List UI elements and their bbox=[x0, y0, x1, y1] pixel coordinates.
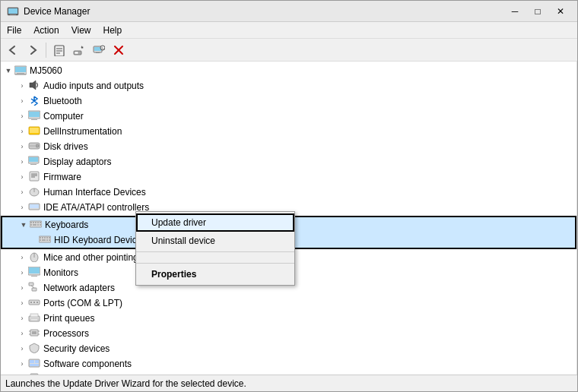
sec-arrow: › bbox=[16, 345, 28, 352]
tree-item-audio[interactable]: › Audio inputs and outputs bbox=[1, 78, 576, 93]
disk-icon bbox=[28, 141, 40, 153]
svg-marker-20 bbox=[30, 81, 36, 90]
svg-point-69 bbox=[30, 302, 32, 303]
audio-label: Audio inputs and outputs bbox=[43, 81, 144, 91]
tree-item-disk[interactable]: › Disk drives bbox=[1, 139, 576, 154]
svg-rect-74 bbox=[30, 319, 38, 321]
ports-arrow: › bbox=[16, 299, 28, 307]
maximize-button[interactable]: □ bbox=[527, 4, 548, 19]
svg-rect-84 bbox=[30, 364, 39, 366]
keyboards-icon bbox=[30, 219, 42, 232]
tree-item-sw-components[interactable]: › Software components bbox=[1, 356, 576, 371]
svg-rect-66 bbox=[32, 288, 37, 291]
status-text: Launches the Update Driver Wizard for th… bbox=[5, 378, 246, 389]
svg-rect-52 bbox=[42, 237, 43, 239]
svg-rect-30 bbox=[29, 157, 38, 162]
computer-icon bbox=[28, 110, 40, 123]
audio-icon bbox=[28, 80, 40, 93]
svg-rect-73 bbox=[30, 314, 38, 317]
context-menu-sep-2 bbox=[136, 263, 294, 264]
context-menu-update-driver[interactable]: Update driver bbox=[136, 213, 294, 232]
svg-line-67 bbox=[31, 286, 34, 288]
dell-arrow: › bbox=[16, 128, 28, 135]
ide-icon bbox=[28, 201, 40, 214]
proc-arrow: › bbox=[16, 330, 28, 337]
context-menu-sep-1 bbox=[136, 251, 294, 252]
properties-button[interactable] bbox=[50, 41, 68, 59]
toolbar: ↻ bbox=[1, 39, 577, 62]
disk-label: Disk drives bbox=[43, 141, 88, 152]
context-menu-properties[interactable]: Properties bbox=[136, 265, 294, 283]
svg-rect-83 bbox=[35, 360, 39, 363]
root-arrow: ▼ bbox=[2, 67, 14, 74]
tree-item-processors[interactable]: › Processors bbox=[1, 326, 576, 341]
net-arrow: › bbox=[16, 284, 28, 292]
svg-point-70 bbox=[33, 302, 35, 303]
svg-rect-11 bbox=[96, 52, 100, 53]
tree-root[interactable]: ▼ MJ5060 bbox=[1, 63, 576, 78]
menu-file[interactable]: File bbox=[1, 24, 27, 37]
fw-arrow: › bbox=[16, 173, 28, 181]
tree-item-dell[interactable]: › DellInstrumentation bbox=[1, 124, 576, 139]
hid-keyboard-icon bbox=[39, 234, 51, 247]
svg-text:↻: ↻ bbox=[101, 46, 104, 50]
title-bar-text: Device Manager bbox=[24, 6, 504, 17]
context-menu-uninstall[interactable]: Uninstall device bbox=[136, 232, 294, 250]
processors-icon bbox=[28, 327, 40, 340]
context-menu: Update driver Uninstall device Propertie… bbox=[135, 211, 295, 286]
status-bar: Launches the Update Driver Wizard for th… bbox=[1, 375, 577, 391]
context-menu-scan[interactable] bbox=[136, 254, 294, 261]
forward-button[interactable] bbox=[24, 41, 42, 59]
display-label: Display adaptors bbox=[43, 156, 111, 167]
tree-item-firmware[interactable]: › Firmware bbox=[1, 169, 576, 185]
minimize-button[interactable]: ─ bbox=[504, 4, 526, 19]
tree-item-display[interactable]: › Display adaptors bbox=[1, 154, 576, 169]
hid-label: Human Interface Devices bbox=[43, 187, 146, 198]
svg-rect-2 bbox=[10, 14, 16, 15]
svg-rect-55 bbox=[49, 237, 50, 239]
tree-item-ports[interactable]: › Ports (COM & LPT) bbox=[1, 296, 576, 311]
disk-arrow: › bbox=[16, 143, 28, 150]
svg-rect-56 bbox=[40, 239, 41, 241]
mon-arrow: › bbox=[16, 269, 28, 277]
menu-view[interactable]: View bbox=[65, 24, 97, 37]
network-label: Network adapters bbox=[43, 283, 115, 293]
svg-rect-32 bbox=[30, 172, 39, 181]
remove-device-button[interactable] bbox=[110, 41, 128, 59]
hid-arrow: › bbox=[16, 188, 28, 196]
close-button[interactable]: ✕ bbox=[550, 4, 571, 19]
mice-arrow: › bbox=[16, 254, 28, 261]
tree-item-hid[interactable]: › Human Interface Devices bbox=[1, 185, 576, 200]
svg-rect-31 bbox=[30, 164, 37, 165]
svg-rect-47 bbox=[33, 224, 37, 226]
update-driver-button[interactable] bbox=[70, 41, 88, 59]
processors-label: Processors bbox=[43, 328, 89, 339]
svg-rect-39 bbox=[30, 204, 39, 208]
back-button[interactable] bbox=[4, 41, 22, 59]
ports-label: Ports (COM & LPT) bbox=[43, 298, 122, 308]
ports-icon bbox=[28, 297, 40, 310]
monitors-icon bbox=[28, 267, 40, 280]
firmware-icon bbox=[28, 171, 40, 184]
svg-rect-63 bbox=[29, 267, 40, 273]
tree-item-bluetooth[interactable]: › Bluetooth bbox=[1, 93, 576, 109]
svg-rect-59 bbox=[49, 239, 50, 241]
dell-label: DellInstrumentation bbox=[43, 126, 122, 137]
bluetooth-icon bbox=[28, 95, 40, 108]
print-label: Print queues bbox=[43, 313, 94, 324]
sw-components-icon bbox=[28, 358, 40, 371]
monitors-label: Monitors bbox=[43, 267, 78, 278]
menu-action[interactable]: Action bbox=[27, 24, 65, 37]
menu-help[interactable]: Help bbox=[97, 24, 129, 37]
tree-item-print[interactable]: › Print queues bbox=[1, 311, 576, 326]
firmware-label: Firmware bbox=[43, 172, 81, 182]
swc-arrow: › bbox=[16, 360, 28, 368]
audio-arrow: › bbox=[16, 82, 28, 90]
svg-rect-76 bbox=[32, 331, 37, 334]
properties-label: Properties bbox=[151, 269, 196, 280]
scan-hardware-button[interactable]: ↻ bbox=[90, 41, 108, 59]
tree-item-computer[interactable]: › Computer bbox=[1, 109, 576, 124]
tree-item-security[interactable]: › Security devices bbox=[1, 341, 576, 356]
uninstall-label: Uninstall device bbox=[151, 236, 215, 246]
disp-arrow: › bbox=[16, 158, 28, 166]
